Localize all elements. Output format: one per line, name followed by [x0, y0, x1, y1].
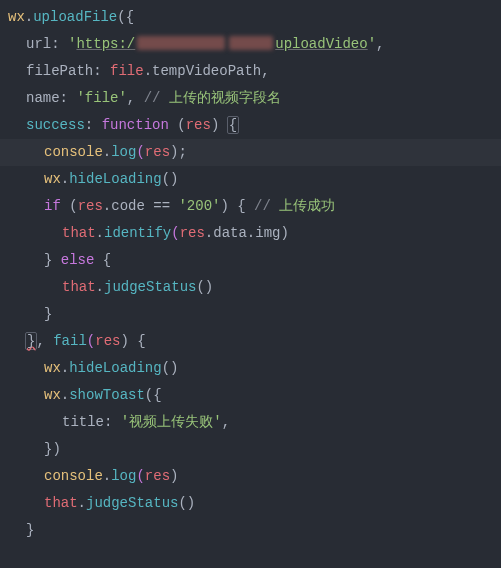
code-line: console.log(res) [0, 463, 501, 490]
code-line: name: 'file', // 上传的视频字段名 [0, 85, 501, 112]
code-line: that.judgeStatus() [0, 274, 501, 301]
code-line: } [0, 517, 501, 544]
code-line: title: '视频上传失败', [0, 409, 501, 436]
redacted-host-1 [137, 36, 225, 50]
code-line: filePath: file.tempVideoPath, [0, 58, 501, 85]
code-line: wx.hideLoading() [0, 355, 501, 382]
code-line: success: function (res) { [0, 112, 501, 139]
code-line: } else { [0, 247, 501, 274]
code-line: wx.showToast({ [0, 382, 501, 409]
code-line: wx.uploadFile({ [0, 4, 501, 31]
code-line-active: console.log(res); [0, 139, 501, 166]
code-line: }, fail(res) { [0, 328, 501, 355]
code-line: if (res.code == '200') { // 上传成功 [0, 193, 501, 220]
code-editor[interactable]: wx.uploadFile({ url: 'https:/uploadVideo… [0, 0, 501, 544]
code-line: wx.hideLoading() [0, 166, 501, 193]
code-line: that.identify(res.data.img) [0, 220, 501, 247]
code-line: that.judgeStatus() [0, 490, 501, 517]
code-line: url: 'https:/uploadVideo', [0, 31, 501, 58]
code-line: } [0, 301, 501, 328]
redacted-host-2 [229, 36, 273, 50]
code-line: }) [0, 436, 501, 463]
token-ns: wx [8, 9, 25, 25]
matching-brace: { [227, 116, 239, 134]
